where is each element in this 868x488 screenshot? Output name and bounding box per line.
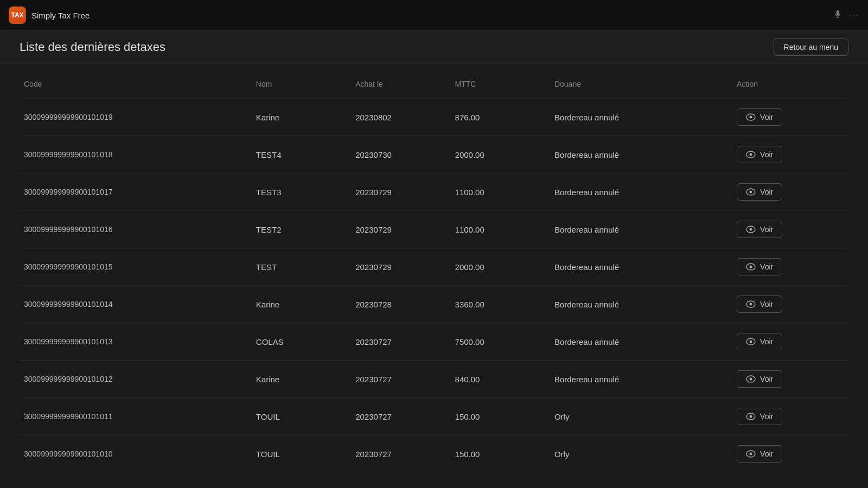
cell-achat: 20230729 — [351, 211, 450, 248]
col-header-douane: Douane — [550, 74, 732, 99]
page-title: Liste des dernières detaxes — [20, 40, 165, 54]
cell-mttc: 840.00 — [451, 361, 550, 398]
voir-button[interactable]: Voir — [737, 408, 782, 425]
table-header-row: Code Nom Achat le MTTC Douane Action — [20, 74, 848, 99]
cell-achat: 20230728 — [351, 286, 450, 323]
cell-douane: Bordereau annulé — [550, 248, 732, 286]
cell-douane: Bordereau annulé — [550, 286, 732, 323]
cell-action: Voir — [732, 398, 848, 435]
table-container: Code Nom Achat le MTTC Douane Action 300… — [0, 63, 868, 488]
mic-icon[interactable] — [833, 10, 842, 21]
col-header-achat: Achat le — [351, 74, 450, 99]
cell-action: Voir — [732, 286, 848, 323]
voir-button[interactable]: Voir — [737, 221, 782, 238]
page-header: Liste des dernières detaxes Retour au me… — [0, 31, 868, 63]
voir-button[interactable]: Voir — [737, 258, 782, 275]
svg-point-5 — [750, 153, 752, 156]
col-header-code: Code — [20, 74, 252, 99]
cell-nom: TOUIL — [252, 435, 351, 473]
table-row: 300099999999900101014Karine202307283360.… — [20, 286, 848, 323]
back-button[interactable]: Retour au menu — [774, 38, 848, 56]
cell-nom: TEST3 — [252, 174, 351, 211]
cell-achat: 20230727 — [351, 398, 450, 435]
voir-button[interactable]: Voir — [737, 296, 782, 313]
cell-mttc: 1100.00 — [451, 174, 550, 211]
cell-douane: Bordereau annulé — [550, 136, 732, 174]
cell-achat: 20230802 — [351, 99, 450, 136]
cell-code: 300099999999900101012 — [20, 361, 252, 398]
cell-code: 300099999999900101013 — [20, 323, 252, 361]
cell-code: 300099999999900101014 — [20, 286, 252, 323]
cell-action: Voir — [732, 323, 848, 361]
table-row: 300099999999900101018TEST4202307302000.0… — [20, 136, 848, 174]
voir-label: Voir — [760, 450, 773, 458]
eye-icon — [746, 338, 756, 345]
cell-nom: Karine — [252, 361, 351, 398]
voir-label: Voir — [760, 300, 773, 309]
cell-mttc: 150.00 — [451, 435, 550, 473]
eye-icon — [746, 450, 756, 458]
cell-action: Voir — [732, 174, 848, 211]
cell-nom: TOUIL — [252, 398, 351, 435]
voir-label: Voir — [760, 412, 773, 421]
app-logo: TAX — [9, 7, 26, 24]
svg-point-7 — [750, 191, 752, 194]
cell-achat: 20230730 — [351, 136, 450, 174]
voir-label: Voir — [760, 375, 773, 383]
cell-mttc: 7500.00 — [451, 323, 550, 361]
cell-code: 300099999999900101019 — [20, 99, 252, 136]
table-row: 300099999999900101017TEST3202307291100.0… — [20, 174, 848, 211]
cell-action: Voir — [732, 361, 848, 398]
cell-mttc: 2000.00 — [451, 248, 550, 286]
voir-button[interactable]: Voir — [737, 183, 782, 201]
voir-label: Voir — [760, 188, 773, 196]
cell-douane: Bordereau annulé — [550, 174, 732, 211]
cell-nom: TEST4 — [252, 136, 351, 174]
col-header-nom: Nom — [252, 74, 351, 99]
voir-label: Voir — [760, 262, 773, 271]
cell-mttc: 150.00 — [451, 398, 550, 435]
cell-action: Voir — [732, 99, 848, 136]
svg-point-19 — [750, 415, 752, 418]
cell-code: 300099999999900101015 — [20, 248, 252, 286]
title-bar-actions: ··· — [833, 10, 859, 21]
table-row: 300099999999900101010TOUIL20230727150.00… — [20, 435, 848, 473]
cell-action: Voir — [732, 136, 848, 174]
table-row: 300099999999900101015TEST202307292000.00… — [20, 248, 848, 286]
voir-label: Voir — [760, 113, 773, 121]
cell-achat: 20230727 — [351, 435, 450, 473]
table-row: 300099999999900101019Karine20230802876.0… — [20, 99, 848, 136]
eye-icon — [746, 113, 756, 121]
voir-button[interactable]: Voir — [737, 445, 782, 463]
svg-point-21 — [750, 453, 752, 455]
eye-icon — [746, 151, 756, 158]
cell-nom: COLAS — [252, 323, 351, 361]
voir-label: Voir — [760, 150, 773, 159]
eye-icon — [746, 375, 756, 383]
voir-button[interactable]: Voir — [737, 146, 782, 163]
eye-icon — [746, 263, 756, 271]
cell-douane: Bordereau annulé — [550, 361, 732, 398]
eye-icon — [746, 188, 756, 196]
cell-douane: Bordereau annulé — [550, 211, 732, 248]
cell-douane: Bordereau annulé — [550, 323, 732, 361]
voir-button[interactable]: Voir — [737, 333, 782, 350]
cell-mttc: 1100.00 — [451, 211, 550, 248]
cell-mttc: 3360.00 — [451, 286, 550, 323]
voir-label: Voir — [760, 225, 773, 234]
cell-code: 300099999999900101011 — [20, 398, 252, 435]
voir-button[interactable]: Voir — [737, 108, 782, 126]
svg-point-11 — [750, 266, 752, 268]
eye-icon — [746, 413, 756, 420]
cell-achat: 20230727 — [351, 361, 450, 398]
svg-point-3 — [750, 116, 752, 119]
cell-mttc: 876.00 — [451, 99, 550, 136]
more-icon[interactable]: ··· — [850, 11, 859, 20]
cell-code: 300099999999900101018 — [20, 136, 252, 174]
cell-code: 300099999999900101017 — [20, 174, 252, 211]
cell-nom: Karine — [252, 286, 351, 323]
voir-button[interactable]: Voir — [737, 370, 782, 388]
cell-achat: 20230729 — [351, 248, 450, 286]
col-header-action: Action — [732, 74, 848, 99]
cell-action: Voir — [732, 211, 848, 248]
